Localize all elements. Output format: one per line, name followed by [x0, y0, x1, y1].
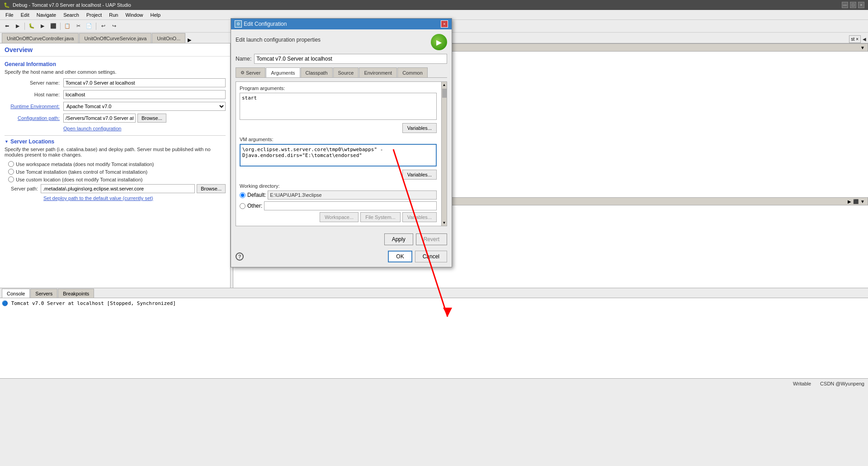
breakpoints-tab[interactable]: Breakpoints — [58, 289, 94, 298]
toolbar-debug[interactable]: 🐛 — [27, 21, 37, 31]
wd-variables-btn[interactable]: Variables... — [402, 212, 437, 222]
config-browse-btn[interactable]: Browse... — [137, 114, 166, 123]
config-tab-arguments[interactable]: Arguments — [266, 67, 300, 77]
toolbar-btn-1[interactable]: ⬅ — [2, 21, 12, 31]
radio-workspace-label: Use workspace metadata (does not modify … — [16, 162, 154, 167]
window-title: Debug - Tomcat v7.0 Server at localhost … — [13, 2, 131, 8]
apply-btn[interactable]: Apply — [384, 233, 413, 245]
config-tabs: ⚙ Server Arguments Classpath Source Envi… — [236, 67, 447, 78]
debug-resume-btn[interactable]: ▶ — [848, 199, 851, 204]
toolbar-btn-6[interactable]: ↩ — [98, 21, 108, 31]
toolbar-run[interactable]: ▶ — [38, 21, 47, 31]
wd-other-label: Other: — [247, 203, 262, 209]
writable-status: Writable — [793, 381, 811, 386]
menu-project[interactable]: Project — [83, 11, 105, 19]
config-tab-source[interactable]: Source — [333, 67, 359, 77]
dialog-header-row: Edit launch configuration properties ▶ — [236, 34, 447, 50]
overview-header: Overview — [0, 43, 230, 57]
dialog-icon: ⚙ — [235, 20, 242, 28]
debug-menu[interactable]: ▼ — [860, 199, 865, 204]
server-path-browse[interactable]: Browse... — [197, 184, 226, 193]
toolbar-btn-2[interactable]: ▶ — [13, 21, 23, 31]
dialog-run-icon: ▶ — [431, 34, 447, 50]
wd-filesystem-btn[interactable]: File System... — [360, 212, 401, 222]
working-dir-label: Working directory: — [240, 183, 437, 189]
runtime-env-row: Runtime Environment: Apache Tomcat v7.0 — [5, 102, 226, 111]
set-deploy-link[interactable]: Set deploy path to the default value (cu… — [43, 195, 153, 201]
ok-btn[interactable]: OK — [388, 251, 412, 262]
menu-run[interactable]: Run — [105, 11, 122, 19]
minimize-btn[interactable]: — — [842, 2, 848, 8]
vm-args-variables-btn[interactable]: Variables... — [402, 170, 437, 180]
menu-navigate[interactable]: Navigate — [33, 11, 60, 19]
editor-tab-expand[interactable]: ▶ — [188, 37, 191, 43]
variables-panel-menu[interactable]: ▼ — [860, 45, 865, 50]
menu-window[interactable]: Window — [122, 11, 146, 19]
radio-custom-input[interactable] — [8, 176, 14, 182]
toolbar-btn-5[interactable]: 📄 — [84, 21, 94, 31]
console-tab[interactable]: Console — [2, 289, 30, 298]
editor-tab-2[interactable]: UnitOnOffCurveService.java — [79, 33, 151, 43]
scroll-thumb[interactable] — [442, 89, 447, 98]
toolbar-btn-7[interactable]: ↪ — [109, 21, 119, 31]
st-tab[interactable]: st × — [849, 35, 861, 43]
wd-default-row: Default: — [240, 190, 437, 200]
editor-tab-3[interactable]: UnitOnO... — [152, 33, 185, 43]
scroll-down[interactable]: ▼ — [443, 221, 446, 225]
maximize-btn[interactable]: □ — [850, 2, 856, 8]
dialog-footer: ? OK Cancel — [231, 248, 452, 267]
config-path-label[interactable]: Configuration path: — [5, 115, 63, 121]
toolbar-btn-4[interactable]: ✂ — [73, 21, 83, 31]
runtime-env-label[interactable]: Runtime Environment: — [5, 104, 63, 109]
config-path-input[interactable] — [63, 114, 136, 123]
editor-tab-1[interactable]: UnitOnOffCurveController.java — [2, 33, 79, 43]
dialog-body-content: Program arguments: start Variables... VM… — [240, 86, 437, 222]
program-args-textarea[interactable]: start — [240, 93, 437, 120]
name-input[interactable] — [254, 54, 447, 64]
toolbar-stop[interactable]: ⬛ — [48, 21, 58, 31]
runtime-env-select[interactable]: Apache Tomcat v7.0 — [63, 102, 226, 111]
server-path-row: Server path: Browse... — [5, 184, 226, 193]
toolbar-btn-3[interactable]: 📋 — [62, 21, 72, 31]
config-tab-classpath[interactable]: Classpath — [301, 67, 333, 77]
dialog-ok-cancel: OK Cancel — [388, 251, 447, 262]
vm-args-label: VM arguments: — [240, 137, 437, 142]
dialog-scrollbar[interactable]: ▲ ▼ — [441, 82, 447, 226]
config-tab-common[interactable]: Common — [397, 67, 428, 77]
server-name-input[interactable] — [63, 78, 226, 87]
server-locations-title[interactable]: ▼ Server Locations — [5, 138, 226, 145]
vm-args-textarea[interactable]: \org.eclipse.wst.server.core\tmp0\wtpweb… — [240, 144, 437, 166]
menu-file[interactable]: File — [2, 11, 17, 19]
help-icon[interactable]: ? — [236, 252, 244, 261]
radio-workspace-input[interactable] — [8, 161, 14, 167]
config-tab-server[interactable]: ⚙ Server — [236, 67, 265, 77]
toolbar-sep-2 — [60, 23, 61, 30]
wd-default-label: Default: — [247, 192, 266, 198]
revert-btn[interactable]: Revert — [416, 233, 447, 245]
cancel-btn[interactable]: Cancel — [415, 251, 447, 262]
wd-other-input[interactable] — [264, 201, 437, 210]
program-args-variables-btn[interactable]: Variables... — [402, 123, 437, 133]
server-path-label: Server path: — [5, 186, 41, 191]
server-path-input[interactable] — [41, 184, 195, 193]
wd-workspace-btn[interactable]: Workspace... — [320, 212, 359, 222]
wd-default-radio[interactable] — [240, 192, 245, 198]
close-btn[interactable]: × — [858, 2, 864, 8]
dialog-close-btn[interactable]: × — [441, 20, 448, 28]
config-tab-environment[interactable]: Environment — [359, 67, 397, 77]
scroll-up[interactable]: ▲ — [443, 83, 446, 87]
host-name-input[interactable] — [63, 90, 226, 99]
menu-help[interactable]: Help — [147, 11, 165, 19]
server-name-label: Server name: — [5, 80, 63, 86]
user-info: CSDN @Wyunpeng — [820, 381, 864, 386]
servers-tab[interactable]: Servers — [30, 289, 57, 298]
debug-stop-btn[interactable]: ⬛ — [853, 199, 859, 204]
wd-other-radio[interactable] — [240, 203, 245, 209]
open-launch-link[interactable]: Open launch configuration — [63, 126, 121, 131]
menu-search[interactable]: Search — [60, 11, 83, 19]
radio-tomcat-input[interactable] — [8, 169, 14, 175]
server-locations-desc: Specify the server path (i.e. catalina.b… — [5, 147, 226, 157]
wd-default-input[interactable] — [268, 190, 437, 200]
menu-edit[interactable]: Edit — [17, 11, 33, 19]
dialog-apply-row: Apply Revert — [231, 231, 452, 248]
